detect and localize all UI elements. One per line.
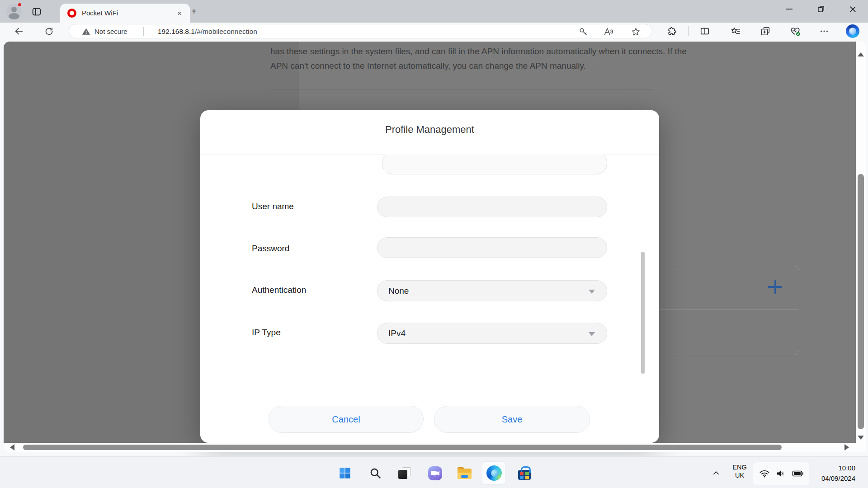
- collections-icon[interactable]: [759, 24, 772, 38]
- window-restore-button[interactable]: [811, 0, 831, 18]
- horizontal-scrollbar-thumb[interactable]: [23, 445, 782, 450]
- clock-date: 04/09/2024: [805, 473, 855, 483]
- edge-icon-center: [491, 469, 499, 477]
- password-key-icon[interactable]: [576, 25, 590, 38]
- language-line2: UK: [729, 471, 750, 479]
- url-text: 192.168.8.1/#/mobileconnection: [158, 28, 257, 36]
- authentication-select[interactable]: None: [377, 280, 607, 301]
- battery-icon: [792, 468, 804, 479]
- tray-chevron-up-icon[interactable]: [708, 465, 724, 481]
- url-path: /#/mobileconnection: [195, 28, 257, 35]
- apn-field-partial[interactable]: [382, 155, 607, 174]
- browser-viewport: has these settings in the system files, …: [0, 40, 868, 456]
- chevron-down-icon: [589, 332, 595, 336]
- dialog-scrollbar-thumb[interactable]: [641, 252, 645, 374]
- username-label: User name: [252, 202, 294, 211]
- store-tile-blue: [520, 476, 524, 479]
- add-profile-icon-bar[interactable]: [774, 280, 776, 294]
- authentication-value: None: [388, 286, 409, 296]
- wifi-icon: [759, 468, 770, 479]
- iptype-select[interactable]: IPv4: [377, 323, 607, 344]
- start-button[interactable]: [337, 465, 353, 481]
- tab-workspaces-icon[interactable]: [30, 5, 43, 19]
- scroll-left-arrow-icon[interactable]: [10, 444, 14, 450]
- window-minimize-button[interactable]: [779, 0, 800, 18]
- save-button-label: Save: [502, 414, 523, 425]
- store-tile-red: [520, 472, 524, 475]
- vertical-scrollbar-thumb[interactable]: [858, 174, 864, 429]
- iptype-label: IP Type: [252, 328, 281, 338]
- toolbar-separator: [688, 26, 689, 36]
- apn-paragraph-line1: has these settings in the system files, …: [270, 47, 687, 56]
- scroll-right-arrow-icon[interactable]: [844, 444, 849, 450]
- microsoft-store-icon[interactable]: [516, 465, 533, 481]
- favorites-list-icon[interactable]: [729, 24, 742, 38]
- username-input[interactable]: [377, 197, 607, 217]
- page-divider: [270, 89, 653, 89]
- tab-title: Pocket WiFi: [82, 9, 118, 17]
- new-tab-button[interactable]: +: [189, 6, 199, 17]
- read-aloud-icon[interactable]: [602, 25, 615, 38]
- browser-essentials-icon[interactable]: [788, 24, 802, 38]
- language-indicator[interactable]: ENG UK: [729, 463, 750, 479]
- cancel-button-label: Cancel: [332, 414, 360, 425]
- extensions-icon[interactable]: [665, 24, 679, 38]
- avatar-body: [9, 13, 19, 19]
- desktop: Pocket WiFi × + N: [0, 0, 868, 488]
- search-icon[interactable]: [367, 465, 383, 481]
- address-separator: [143, 27, 144, 36]
- horizontal-scrollbar[interactable]: [4, 443, 866, 452]
- chat-teams-icon[interactable]: [427, 465, 443, 481]
- split-screen-icon[interactable]: [698, 24, 712, 38]
- vodafone-favicon-icon: [67, 9, 76, 18]
- browser-tab-pocket-wifi[interactable]: Pocket WiFi ×: [60, 4, 190, 23]
- authentication-label: Authentication: [252, 285, 306, 295]
- volume-icon: [775, 468, 786, 479]
- windows-taskbar: ENG UK 10:00 04/09/2024: [0, 456, 868, 488]
- favorite-star-icon[interactable]: [629, 25, 642, 38]
- security-status-label: Not secure: [94, 28, 127, 35]
- vertical-scrollbar[interactable]: [856, 42, 866, 452]
- browser-titlebar: Pocket WiFi × +: [0, 0, 868, 23]
- clock-time: 10:00: [805, 463, 855, 473]
- folder-pocket: [461, 475, 468, 478]
- system-tray-group[interactable]: [753, 462, 809, 485]
- scroll-down-arrow-icon[interactable]: [858, 436, 864, 440]
- language-line1: ENG: [729, 463, 750, 471]
- settings-more-icon[interactable]: [817, 24, 831, 38]
- scroll-up-arrow-icon[interactable]: [858, 52, 864, 56]
- clock-widget[interactable]: 10:00 04/09/2024: [805, 463, 855, 483]
- file-explorer-icon[interactable]: [456, 465, 472, 481]
- dialog-title: Profile Management: [200, 124, 659, 136]
- not-secure-warning-icon[interactable]: [79, 24, 93, 38]
- cancel-button[interactable]: Cancel: [269, 406, 424, 433]
- chevron-down-icon: [589, 290, 595, 294]
- window-close-button[interactable]: [842, 0, 863, 18]
- copilot-icon-center: [849, 28, 856, 35]
- apn-paragraph-line2: APN can't connect to the Internet automa…: [270, 61, 586, 71]
- task-view-front-square: [398, 470, 407, 479]
- url-host: 192.168.8.1: [158, 28, 195, 35]
- back-button[interactable]: [12, 24, 26, 38]
- avatar-head: [11, 7, 17, 12]
- save-button[interactable]: Save: [434, 406, 590, 433]
- iptype-value: IPv4: [388, 328, 406, 338]
- dialog-body: User name Password Authentication None I…: [200, 155, 659, 443]
- profile-management-dialog: Profile Management User name Password Au…: [200, 110, 659, 443]
- tab-close-icon[interactable]: ×: [174, 8, 185, 19]
- store-tile-yellow: [525, 476, 529, 479]
- task-view-icon[interactable]: [396, 465, 413, 481]
- address-bar[interactable]: Not secure 192.168.8.1/#/mobileconnectio…: [69, 24, 652, 38]
- profile-notification-dot: [17, 2, 22, 7]
- browser-toolbar: Not secure 192.168.8.1/#/mobileconnectio…: [0, 23, 868, 40]
- refresh-button[interactable]: [42, 24, 56, 38]
- copilot-icon[interactable]: [846, 24, 859, 38]
- password-input[interactable]: [377, 237, 607, 258]
- edge-browser-icon[interactable]: [486, 465, 502, 481]
- password-label: Password: [252, 244, 289, 253]
- store-tile-green: [525, 472, 529, 475]
